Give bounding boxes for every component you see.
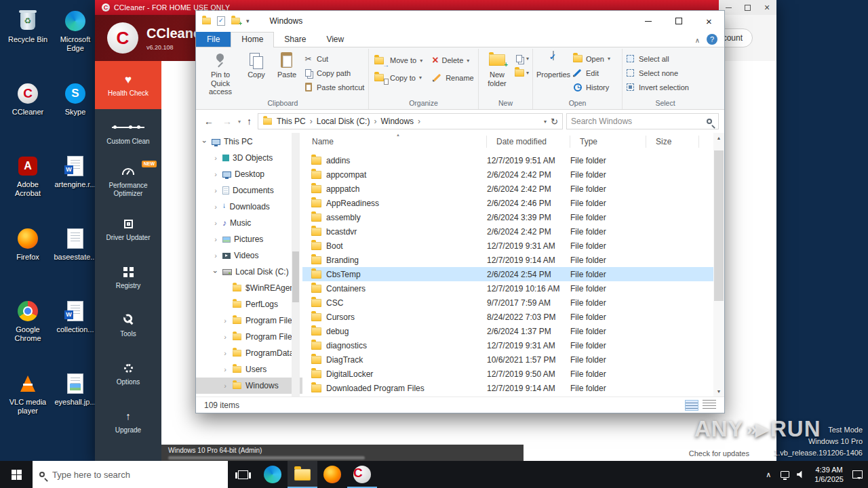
desktop-icon-adobe-acrobat[interactable]: Adobe Acrobat xyxy=(4,152,52,224)
file-row[interactable]: AppReadiness 2/6/2024 2:46 PM File folde… xyxy=(302,196,724,210)
tab-home[interactable]: Home xyxy=(231,32,274,47)
tree-scrollbar[interactable] xyxy=(292,133,300,396)
search-icon[interactable] xyxy=(707,119,712,124)
desktop-icon-vlc[interactable]: VLC media player xyxy=(4,369,52,442)
tree-item-3d-objects[interactable]: › 3D Objects xyxy=(196,150,302,166)
chevron-icon[interactable]: › xyxy=(212,203,219,211)
file-row[interactable]: DigitalLocker 12/7/2019 9:50 AM File fol… xyxy=(302,367,724,381)
recent-locations-icon[interactable]: ▾ xyxy=(238,119,241,125)
file-row[interactable]: Cursors 8/24/2022 7:03 PM File folder xyxy=(302,310,724,324)
tree-item-program-files[interactable]: › Program Files xyxy=(196,312,302,329)
ccleaner-maximize-button[interactable] xyxy=(745,5,751,11)
chevron-icon[interactable]: › xyxy=(212,186,219,195)
breadcrumb-this-pc[interactable]: This PC xyxy=(277,117,306,126)
taskbar-clock[interactable]: 4:39 AM 1/6/2025 xyxy=(809,465,849,485)
paste-shortcut-button[interactable]: Paste shortcut xyxy=(303,82,364,92)
breadcrumb-windows[interactable]: Windows xyxy=(380,117,414,126)
tree-item-program-files-x86[interactable]: › Program Files xyxy=(196,329,302,345)
start-button[interactable] xyxy=(0,461,33,488)
chevron-icon[interactable]: › xyxy=(212,154,219,162)
tree-item-desktop[interactable]: › Desktop xyxy=(196,166,302,182)
scroll-down-icon[interactable]: ▼ xyxy=(717,386,722,396)
file-row-selected[interactable]: CbsTemp 2/6/2024 2:54 PM File folder xyxy=(302,267,724,281)
tab-file[interactable]: File xyxy=(196,32,231,47)
tree-item-this-pc[interactable]: › This PC xyxy=(196,134,302,150)
ccleaner-minimize-button[interactable] xyxy=(726,7,732,8)
file-row[interactable]: diagnostics 12/7/2019 9:31 AM File folde… xyxy=(302,338,724,352)
column-header-type[interactable]: Type xyxy=(570,136,646,148)
cut-button[interactable]: ✂ Cut xyxy=(303,54,364,64)
sidebar-item-driver-updater[interactable]: Driver Updater xyxy=(95,205,161,253)
file-row[interactable]: Containers 12/7/2019 10:16 AM File folde… xyxy=(302,281,724,296)
quick-access-new-folder-icon[interactable] xyxy=(231,18,240,24)
check-for-updates-link[interactable]: Check for updates xyxy=(689,449,749,458)
copy-button[interactable]: Copy xyxy=(242,49,271,79)
scrollbar-thumb[interactable] xyxy=(714,150,724,301)
explorer-titlebar[interactable]: ▾ Windows × xyxy=(196,11,724,31)
file-row[interactable]: CSC 9/7/2017 7:59 AM File folder xyxy=(302,296,724,310)
quick-access-properties-icon[interactable] xyxy=(217,16,225,26)
file-row[interactable]: assembly 2/6/2024 3:39 PM File folder xyxy=(302,210,724,224)
action-center-button[interactable] xyxy=(849,470,865,479)
rename-button[interactable]: Rename xyxy=(432,73,474,83)
file-row[interactable]: apppatch 2/6/2024 2:42 PM File folder xyxy=(302,182,724,196)
desktop-icon-baseestate-file[interactable]: baseestate... xyxy=(52,224,99,297)
file-row[interactable]: bcastdvr 2/6/2024 2:42 PM File folder xyxy=(302,224,724,239)
chevron-icon[interactable]: › xyxy=(222,333,229,341)
list-scrollbar[interactable]: ▲ ▼ xyxy=(713,133,724,396)
minimize-button[interactable] xyxy=(633,11,663,31)
properties-button[interactable]: Properties xyxy=(536,49,571,79)
address-dropdown-icon[interactable]: ▾ xyxy=(544,119,547,125)
forward-button[interactable]: → xyxy=(220,116,235,127)
file-row[interactable]: appcompat 2/6/2024 2:42 PM File folder xyxy=(302,167,724,182)
chevron-icon[interactable]: › xyxy=(212,251,219,260)
desktop-icon-eyeshall-image[interactable]: eyeshall.jp... xyxy=(52,369,99,442)
copy-path-button[interactable]: Copy path xyxy=(303,68,364,78)
select-all-button[interactable]: Select all xyxy=(625,54,689,64)
tree-item-pictures[interactable]: › Pictures xyxy=(196,231,302,247)
chevron-icon[interactable]: › xyxy=(201,138,209,145)
tab-view[interactable]: View xyxy=(316,32,354,47)
sidebar-item-health-check[interactable]: ♥ Health Check xyxy=(95,61,161,109)
taskbar-search-input[interactable] xyxy=(52,470,221,480)
file-row[interactable]: DiagTrack 10/6/2021 1:57 PM File folder xyxy=(302,352,724,367)
help-icon[interactable]: ? xyxy=(707,34,717,45)
desktop-icon-collection-doc[interactable]: collection... xyxy=(52,297,99,369)
refresh-icon[interactable]: ↻ xyxy=(551,117,558,127)
column-header-date-modified[interactable]: Date modified xyxy=(487,136,570,148)
tree-item-perflogs[interactable]: › PerfLogs xyxy=(196,296,302,312)
taskbar-edge-button[interactable] xyxy=(258,461,288,488)
details-view-button[interactable] xyxy=(685,400,698,411)
new-folder-button[interactable]: New folder xyxy=(481,49,513,87)
sidebar-item-registry[interactable]: Registry xyxy=(95,253,161,302)
back-button[interactable]: ← xyxy=(201,116,216,127)
desktop-icon-firefox[interactable]: Firefox xyxy=(4,224,52,297)
chevron-icon[interactable]: › xyxy=(212,219,219,227)
sidebar-item-upgrade[interactable]: ↑ Upgrade xyxy=(95,398,161,446)
chevron-icon[interactable]: › xyxy=(212,268,220,275)
search-box[interactable] xyxy=(566,113,719,129)
tree-item-users[interactable]: › Users xyxy=(196,361,302,378)
history-button[interactable]: History xyxy=(572,82,610,92)
hidden-icons-chevron[interactable]: ∧ xyxy=(760,470,776,479)
maximize-button[interactable] xyxy=(663,11,694,31)
breadcrumb-separator[interactable]: › xyxy=(310,117,313,126)
tree-item-music[interactable]: › ♪ Music xyxy=(196,215,302,231)
scrollbar-thumb[interactable] xyxy=(292,251,299,302)
copy-to-button[interactable]: Copy to ▾ xyxy=(374,73,422,83)
move-to-button[interactable]: → Move to ▾ xyxy=(374,55,422,66)
chevron-icon[interactable]: › xyxy=(222,349,229,357)
tab-share[interactable]: Share xyxy=(274,32,316,47)
search-input[interactable] xyxy=(571,117,707,126)
sidebar-item-options[interactable]: Options xyxy=(95,350,161,398)
file-row[interactable]: debug 2/6/2024 1:37 PM File folder xyxy=(302,324,724,338)
file-row[interactable]: addins 12/7/2019 9:51 AM File folder xyxy=(302,153,724,167)
file-row[interactable]: Downloaded Program Files 12/7/2019 9:14 … xyxy=(302,381,724,395)
taskbar-search[interactable] xyxy=(33,461,228,488)
chevron-icon[interactable]: › xyxy=(222,365,229,373)
sidebar-item-custom-clean[interactable]: Custom Clean xyxy=(95,109,161,157)
tree-item-local-disk-c[interactable]: › Local Disk (C:) xyxy=(196,264,302,280)
sidebar-item-tools[interactable]: Tools xyxy=(95,302,161,350)
taskbar-firefox-button[interactable] xyxy=(317,461,347,488)
tree-item-programdata[interactable]: › ProgramData xyxy=(196,345,302,361)
